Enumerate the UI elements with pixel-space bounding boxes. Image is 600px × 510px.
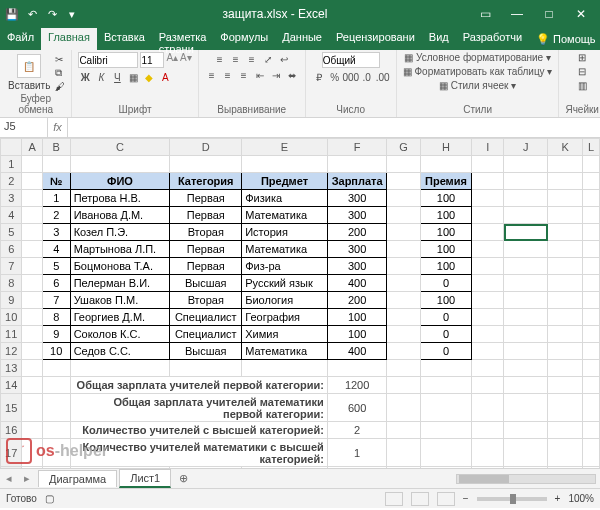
cell-fio[interactable]: Иванова Д.М.: [70, 207, 170, 224]
border-icon[interactable]: ▦: [126, 70, 140, 84]
indent-inc-icon[interactable]: ⇥: [269, 68, 283, 82]
cell-subj[interactable]: Математика: [242, 241, 328, 258]
cell-sal[interactable]: 400: [327, 343, 387, 360]
bold-icon[interactable]: Ж: [78, 70, 92, 84]
tab-developer[interactable]: Разработчи: [456, 28, 529, 50]
cell-fio[interactable]: Седов С.С.: [70, 343, 170, 360]
cell-subj[interactable]: Русский язык: [242, 275, 328, 292]
align-bottom-icon[interactable]: ≡: [245, 52, 259, 66]
cell-bonus[interactable]: 100: [420, 224, 471, 241]
conditional-formatting-button[interactable]: ▦ Условное форматирование ▾: [404, 52, 551, 63]
font-name-select[interactable]: [78, 52, 138, 68]
tab-review[interactable]: Рецензировани: [329, 28, 422, 50]
cell-fio[interactable]: Ушаков П.М.: [70, 292, 170, 309]
summary-label[interactable]: Общая зарплата учителей первой категории…: [70, 377, 327, 394]
cell-sal[interactable]: 100: [327, 309, 387, 326]
cell-cat[interactable]: Специалист: [170, 309, 242, 326]
cut-icon[interactable]: ✂: [55, 54, 65, 65]
format-painter-icon[interactable]: 🖌: [55, 81, 65, 92]
cell-num[interactable]: 5: [42, 258, 70, 275]
cell-subj[interactable]: Математика: [242, 207, 328, 224]
sheet-nav-prev[interactable]: ◂: [0, 472, 18, 485]
cell-fio[interactable]: Петрова Н.В.: [70, 190, 170, 207]
dec-decimal-icon[interactable]: .00: [376, 70, 390, 84]
merge-icon[interactable]: ⬌: [285, 68, 299, 82]
align-left-icon[interactable]: ≡: [205, 68, 219, 82]
cell-subj[interactable]: Биология: [242, 292, 328, 309]
summary-label[interactable]: Общая зарплата учителей математики перво…: [70, 394, 327, 422]
inc-decimal-icon[interactable]: .0: [360, 70, 374, 84]
macro-record-icon[interactable]: ▢: [45, 493, 54, 504]
zoom-slider[interactable]: [477, 497, 547, 501]
cell-sal[interactable]: 100: [327, 326, 387, 343]
maximize-icon[interactable]: □: [534, 7, 564, 21]
view-break-icon[interactable]: [437, 492, 455, 506]
cell-bonus[interactable]: 0: [420, 275, 471, 292]
cell[interactable]: [504, 326, 548, 343]
header-fio[interactable]: ФИО: [70, 173, 170, 190]
delete-cells-icon[interactable]: ⊟: [578, 66, 586, 77]
worksheet[interactable]: ABC DEF GHI JKL 1 2 № ФИО Категория Пред…: [0, 138, 600, 468]
cell-fio[interactable]: Боцмонова Т.А.: [70, 258, 170, 275]
cell-num[interactable]: 6: [42, 275, 70, 292]
cell-num[interactable]: 10: [42, 343, 70, 360]
fill-color-icon[interactable]: ◆: [142, 70, 156, 84]
column-headers[interactable]: ABC DEF GHI JKL: [1, 139, 600, 156]
minimize-icon[interactable]: —: [502, 7, 532, 21]
zoom-in-icon[interactable]: +: [555, 493, 561, 504]
wrap-text-icon[interactable]: ↩: [277, 52, 291, 66]
tab-insert[interactable]: Вставка: [97, 28, 152, 50]
cell-sal[interactable]: 400: [327, 275, 387, 292]
cell[interactable]: [504, 275, 548, 292]
qat-more-icon[interactable]: ▾: [64, 6, 80, 22]
name-box[interactable]: J5: [0, 118, 48, 137]
cell[interactable]: [504, 241, 548, 258]
cell-bonus[interactable]: 0: [420, 343, 471, 360]
font-size-select[interactable]: [140, 52, 164, 68]
format-as-table-button[interactable]: ▦ Форматировать как таблицу ▾: [403, 66, 553, 77]
save-icon[interactable]: 💾: [4, 6, 20, 22]
cell-cat[interactable]: Высшая: [170, 343, 242, 360]
cell-num[interactable]: 1: [42, 190, 70, 207]
cell-cat[interactable]: Высшая: [170, 275, 242, 292]
align-right-icon[interactable]: ≡: [237, 68, 251, 82]
cell[interactable]: [504, 207, 548, 224]
header-subj[interactable]: Предмет: [242, 173, 328, 190]
summary-label[interactable]: Количество учителей математики с высшей …: [70, 439, 327, 467]
cell-bonus[interactable]: 0: [420, 309, 471, 326]
cell-num[interactable]: 4: [42, 241, 70, 258]
sheet-nav-next[interactable]: ▸: [18, 472, 36, 485]
header-sal[interactable]: Зарплата: [327, 173, 387, 190]
cell-subj[interactable]: Математика: [242, 343, 328, 360]
cell-subj[interactable]: История: [242, 224, 328, 241]
copy-icon[interactable]: ⧉: [55, 67, 65, 79]
header-cat[interactable]: Категория: [170, 173, 242, 190]
cell[interactable]: [504, 190, 548, 207]
cell-cat[interactable]: Первая: [170, 241, 242, 258]
ribbon-options-icon[interactable]: ▭: [470, 7, 500, 21]
align-middle-icon[interactable]: ≡: [229, 52, 243, 66]
format-cells-icon[interactable]: ▥: [578, 80, 587, 91]
paste-button[interactable]: 📋 Вставить: [6, 52, 52, 93]
cell-cat[interactable]: Первая: [170, 190, 242, 207]
underline-icon[interactable]: Ч: [110, 70, 124, 84]
cell-fio[interactable]: Мартынова Л.П.: [70, 241, 170, 258]
cell-sal[interactable]: 200: [327, 292, 387, 309]
align-center-icon[interactable]: ≡: [221, 68, 235, 82]
cell-sal[interactable]: 200: [327, 224, 387, 241]
cell-cat[interactable]: Первая: [170, 207, 242, 224]
redo-icon[interactable]: ↷: [44, 6, 60, 22]
font-color-icon[interactable]: A: [158, 70, 172, 84]
cell-sal[interactable]: 300: [327, 258, 387, 275]
cell-num[interactable]: 3: [42, 224, 70, 241]
tab-home[interactable]: Главная: [41, 28, 97, 50]
cell-sal[interactable]: 300: [327, 241, 387, 258]
add-sheet-icon[interactable]: ⊕: [171, 472, 196, 485]
shrink-font-icon[interactable]: A▾: [180, 52, 192, 68]
view-normal-icon[interactable]: [385, 492, 403, 506]
formula-bar[interactable]: [68, 118, 600, 137]
cell-bonus[interactable]: 0: [420, 326, 471, 343]
cell-bonus[interactable]: 100: [420, 292, 471, 309]
currency-icon[interactable]: ₽: [312, 70, 326, 84]
align-top-icon[interactable]: ≡: [213, 52, 227, 66]
